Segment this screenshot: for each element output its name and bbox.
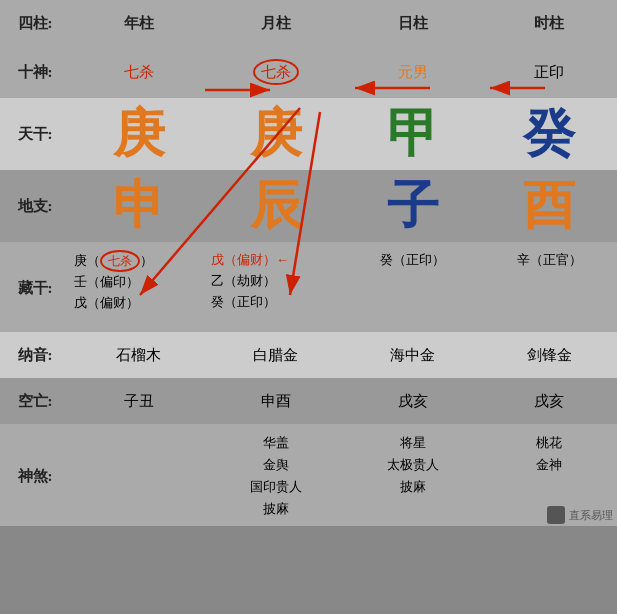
sizhu-label: 四柱: [0,0,70,46]
nayin-row: 纳音: 石榴木 白腊金 海中金 剑锋金 [0,332,617,378]
dizhi-month: 辰 [207,170,344,242]
tiangan-hour: 癸 [481,98,617,170]
kongwang-row: 空亡: 子丑 申酉 戌亥 戌亥 [0,378,617,424]
tiangan-day: 甲 [344,98,481,170]
dizhi-row: 地支: 申 辰 子 酉 [0,170,617,242]
kongwang-day: 戌亥 [344,378,481,424]
nayin-day: 海中金 [344,332,481,378]
watermark-text: 直系易理 [569,508,613,523]
shenshas-label: 神煞: [0,424,70,526]
shishen-month-circled: 七杀 [253,59,299,85]
header-year: 年柱 [70,0,207,46]
zanggan-hour: 辛（正官） [481,242,617,332]
tiangan-row: 天干: 庚 庚 甲 癸 [0,98,617,170]
shishen-day: 元男 [344,46,481,98]
dizhi-year: 申 [70,170,207,242]
shenshas-day: 将星 太极贵人 披麻 [344,424,481,526]
shishen-month: 七杀 [207,46,344,98]
header-month: 月柱 [207,0,344,46]
tiangan-month: 庚 [207,98,344,170]
shishen-row: 十神: 七杀 七杀 元男 正印 [0,46,617,98]
kongwang-hour: 戌亥 [481,378,617,424]
dizhi-day: 子 [344,170,481,242]
zanggan-label: 藏干: [0,242,70,332]
nayin-year: 石榴木 [70,332,207,378]
kongwang-month: 申酉 [207,378,344,424]
zanggan-year: 庚（七杀） 壬（偏印） 戊（偏财） [70,242,207,332]
shenshas-month: 华盖 金舆 国印贵人 披麻 [207,424,344,526]
shishen-day-text: 元男 [398,64,428,80]
shishen-label: 十神: [0,46,70,98]
watermark: 直系易理 [547,506,613,524]
nayin-hour: 剑锋金 [481,332,617,378]
header-hour: 时柱 [481,0,617,46]
shishen-hour: 正印 [481,46,617,98]
wechat-icon [547,506,565,524]
header-day: 日柱 [344,0,481,46]
header-row: 四柱: 年柱 月柱 日柱 时柱 [0,0,617,46]
main-container: 四柱: 年柱 月柱 日柱 时柱 十神: 七杀 七杀 元男 正印 天干: 庚 庚 [0,0,617,526]
tiangan-label: 天干: [0,98,70,170]
dizhi-hour: 酉 [481,170,617,242]
kongwang-year: 子丑 [70,378,207,424]
dizhi-label: 地支: [0,170,70,242]
nayin-label: 纳音: [0,332,70,378]
tiangan-year: 庚 [70,98,207,170]
zanggan-month: 戊（偏财）← 乙（劫财） 癸（正印） [207,242,344,332]
shenshas-year [70,424,207,526]
zanggan-row: 藏干: 庚（七杀） 壬（偏印） 戊（偏财） 戊（偏财）← 乙（劫财） 癸（正印）… [0,242,617,332]
nayin-month: 白腊金 [207,332,344,378]
zanggan-day: 癸（正印） [344,242,481,332]
shenshas-row: 神煞: 华盖 金舆 国印贵人 披麻 将星 太极贵人 披麻 桃花 [0,424,617,526]
kongwang-label: 空亡: [0,378,70,424]
shishen-year: 七杀 [70,46,207,98]
